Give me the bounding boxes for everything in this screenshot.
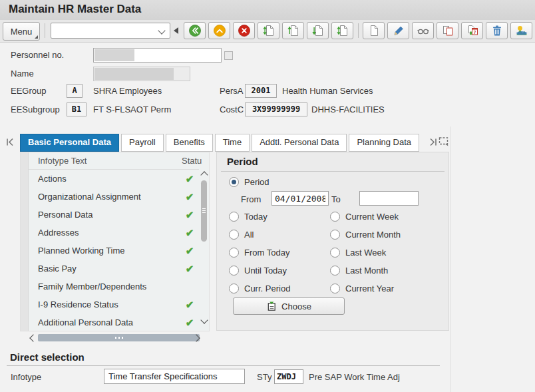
- costc-value-field[interactable]: 3X99999999: [245, 102, 307, 116]
- scroll-up-icon[interactable]: [200, 171, 208, 178]
- costc-text: DHHS-FACILITIES: [311, 104, 385, 114]
- radio-all[interactable]: [229, 230, 239, 240]
- tab-planning-data[interactable]: Planning Data: [349, 134, 419, 152]
- menu-button[interactable]: Menu: [3, 22, 40, 41]
- back-button[interactable]: [184, 22, 206, 39]
- infotype-input[interactable]: [104, 369, 245, 384]
- table-row[interactable]: Additional Personal Data✔: [29, 313, 199, 331]
- command-field[interactable]: [51, 23, 170, 39]
- radio-last-week[interactable]: [330, 248, 340, 258]
- delimit-button[interactable]: 7: [461, 22, 483, 39]
- radio-current-month[interactable]: [330, 230, 340, 240]
- tab-overview-button[interactable]: [439, 136, 449, 148]
- radio-all-row[interactable]: All: [229, 230, 254, 240]
- vertical-scrollbar[interactable]: [200, 170, 208, 325]
- scrollbar-thumb[interactable]: [38, 334, 200, 341]
- page-down-button[interactable]: [307, 22, 329, 39]
- scroll-tabs-first-icon: [5, 137, 15, 147]
- table-row[interactable]: Addresses✔: [29, 224, 199, 242]
- change-icon: [392, 24, 405, 37]
- tab-basic-personal-data[interactable]: Basic Personal Data: [20, 134, 119, 152]
- radio-current-year-row[interactable]: Current Year: [330, 284, 394, 294]
- tab-benefits[interactable]: Benefits: [166, 134, 213, 152]
- scroll-left-icon[interactable]: [29, 334, 37, 341]
- last-page-button[interactable]: [331, 22, 353, 39]
- status-check-icon: ✔: [183, 313, 196, 331]
- content-divider: [450, 126, 450, 392]
- cancel-button[interactable]: [233, 22, 255, 39]
- table-row[interactable]: Personal Data✔: [29, 206, 199, 224]
- radio-today-row[interactable]: Today: [229, 212, 268, 222]
- table-row[interactable]: Organizational Assignment✔: [29, 188, 199, 206]
- overview-icon: [515, 24, 528, 37]
- change-button[interactable]: [387, 22, 409, 39]
- page-up-button[interactable]: [282, 22, 304, 39]
- scroll-tabs-first-button[interactable]: [5, 137, 15, 149]
- command-input[interactable]: [53, 25, 160, 38]
- radio-until-today[interactable]: [229, 266, 239, 276]
- radio-last-month-row[interactable]: Last Month: [330, 266, 388, 276]
- radio-last-month[interactable]: [330, 266, 340, 276]
- back-icon: [188, 24, 202, 37]
- status-check-icon: ✔: [183, 295, 196, 313]
- table-row[interactable]: Planned Working Time✔: [29, 242, 199, 260]
- sty-label: STy: [257, 372, 271, 382]
- radio-from-today[interactable]: [229, 248, 239, 258]
- radio-curr-period-row[interactable]: Curr. Period: [229, 284, 290, 294]
- table-row[interactable]: Actions✔: [29, 170, 199, 188]
- status-check-icon: ✔: [183, 188, 196, 206]
- to-date-input[interactable]: [359, 191, 419, 206]
- redacted-value: [94, 68, 174, 80]
- radio-current-year[interactable]: [330, 284, 340, 294]
- radio-today[interactable]: [229, 212, 239, 222]
- radio-until-today-row[interactable]: Until Today: [229, 266, 287, 276]
- radio-from-today-row[interactable]: From Today: [229, 248, 289, 258]
- scrollbar-thumb[interactable]: [201, 180, 207, 242]
- search-help-icon[interactable]: [224, 51, 233, 60]
- sty-text: Pre SAP Work Time Adj: [309, 372, 400, 382]
- table-row[interactable]: I-9 Residence Status✔: [29, 295, 199, 313]
- from-date-input[interactable]: [271, 191, 329, 206]
- radio-current-week[interactable]: [330, 212, 340, 222]
- radio-period-row[interactable]: Period: [229, 177, 269, 187]
- table-row[interactable]: Family Member/Dependents: [29, 278, 199, 295]
- exit-button[interactable]: [208, 22, 230, 39]
- tab-time[interactable]: Time: [215, 134, 250, 152]
- table-row[interactable]: Basic Pay✔: [29, 260, 199, 278]
- choose-button[interactable]: Choose: [233, 297, 345, 315]
- eesubgroup-value-field[interactable]: B1: [67, 102, 87, 116]
- row-selector-column[interactable]: [21, 152, 29, 331]
- scroll-tabs-last-button[interactable]: [429, 137, 438, 149]
- sty-input[interactable]: [274, 369, 303, 384]
- toolbar: Menu 7: [0, 20, 535, 43]
- overview-button[interactable]: [510, 22, 532, 39]
- tab-strip: Basic Personal Data Payroll Benefits Tim…: [20, 134, 419, 152]
- radio-current-month-row[interactable]: Current Month: [330, 230, 401, 240]
- display-icon: [417, 24, 430, 37]
- eesubgroup-label: EESubgroup: [11, 104, 60, 114]
- personnel-no-input[interactable]: [93, 48, 222, 63]
- copy-button[interactable]: [437, 22, 458, 39]
- display-button[interactable]: [412, 22, 434, 39]
- eegroup-value-field[interactable]: A: [67, 84, 83, 98]
- horizontal-scrollbar[interactable]: [20, 333, 210, 343]
- choose-calendar-icon: [266, 301, 277, 312]
- persa-value-field[interactable]: 2001: [245, 84, 277, 98]
- collapse-arrow-icon[interactable]: [174, 27, 178, 34]
- radio-curr-period[interactable]: [229, 284, 239, 294]
- radio-last-week-row[interactable]: Last Week: [330, 248, 386, 258]
- sap-window: Maintain HR Master Data Menu 7 Personnel…: [0, 0, 535, 392]
- svg-text:7: 7: [473, 30, 476, 35]
- delete-button[interactable]: [486, 22, 508, 39]
- infotype-label: Infotype: [11, 372, 41, 382]
- scroll-down-icon[interactable]: [200, 316, 208, 323]
- create-button[interactable]: [363, 22, 385, 39]
- menu-corner-triangle-icon: [35, 35, 38, 39]
- radio-current-week-row[interactable]: Current Week: [330, 212, 399, 222]
- copy-icon: [441, 24, 454, 37]
- first-page-button[interactable]: [258, 22, 279, 39]
- tab-addtl-personal-data[interactable]: Addtl. Personal Data: [252, 134, 347, 152]
- tab-payroll[interactable]: Payroll: [121, 134, 164, 152]
- radio-period[interactable]: [229, 177, 239, 187]
- period-title: Period: [227, 156, 258, 167]
